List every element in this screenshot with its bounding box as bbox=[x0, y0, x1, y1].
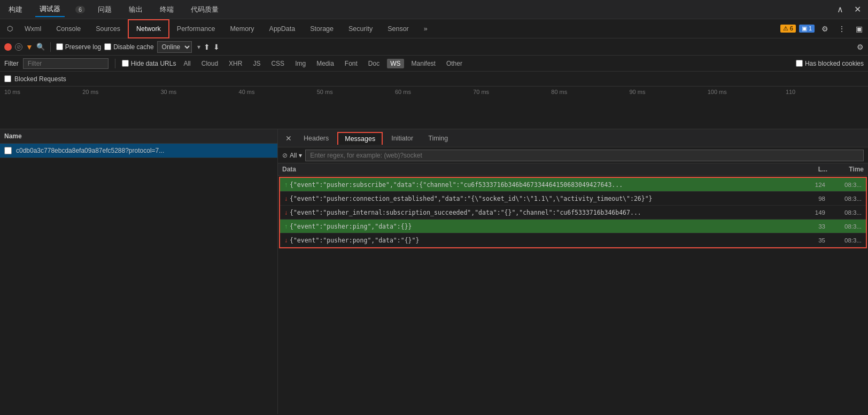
request-item[interactable]: c0db0a3c778ebcda8efa09a87efc5288?protoco… bbox=[0, 144, 277, 158]
message-time-0: 08:3... bbox=[830, 182, 862, 188]
messages-table-header: Data L... Time bbox=[278, 163, 868, 176]
tab-messages[interactable]: Messages bbox=[337, 132, 383, 145]
filter-img[interactable]: Img bbox=[292, 59, 309, 68]
main-content: Name c0db0a3c778ebcda8efa09a87efc5288?pr… bbox=[0, 129, 868, 414]
filter-doc[interactable]: Doc bbox=[365, 59, 383, 68]
gear-icon[interactable]: ⚙ bbox=[818, 22, 832, 36]
detail-close-icon[interactable]: ✕ bbox=[282, 134, 295, 143]
tab-sources[interactable]: Sources bbox=[88, 19, 128, 38]
blocked-requests-checkbox[interactable] bbox=[4, 75, 11, 82]
action-bar: ⊘ ▼ 🔍 Preserve log Disable cache Online … bbox=[0, 38, 868, 56]
filter-css[interactable]: CSS bbox=[268, 59, 288, 68]
download-icon[interactable]: ⬇ bbox=[213, 43, 220, 51]
messages-search-input[interactable] bbox=[305, 150, 864, 161]
layout-icon[interactable]: ▣ bbox=[852, 22, 866, 36]
has-blocked-cookies-input[interactable] bbox=[796, 60, 803, 67]
messages-filter-select[interactable]: ⊘ All ▾ bbox=[282, 152, 302, 159]
tab-bar: ⬡ Wxml Console Sources Network Performan… bbox=[0, 19, 868, 38]
message-row-2[interactable]: ↓ {"event":"pusher_internal:subscription… bbox=[280, 206, 866, 220]
message-time-2: 08:3... bbox=[830, 209, 862, 216]
message-row-0[interactable]: ↑ {"event":"pusher:subscribe","data":{"c… bbox=[280, 178, 866, 192]
upload-icon[interactable]: ⬆ bbox=[204, 43, 210, 51]
detail-tabs: ✕ Headers Messages Initiator Timing bbox=[278, 129, 868, 147]
toolbar-build[interactable]: 构建 bbox=[4, 3, 27, 17]
hide-data-urls-input[interactable] bbox=[122, 60, 129, 67]
toolbar-issues[interactable]: 问题 bbox=[94, 3, 116, 17]
request-checkbox[interactable] bbox=[4, 147, 12, 154]
tab-performance[interactable]: Performance bbox=[169, 19, 223, 38]
message-row-3[interactable]: ↑ {"event":"pusher:ping","data":{}} 33 0… bbox=[280, 220, 866, 233]
filter-icon[interactable]: ▼ bbox=[26, 43, 33, 51]
messages-filter-all-label: All bbox=[290, 152, 297, 159]
arrow-up-icon-0: ↑ bbox=[284, 181, 288, 189]
message-time-4: 08:3... bbox=[830, 237, 862, 244]
divider bbox=[50, 42, 51, 52]
top-toolbar-right: ∧ ✕ bbox=[834, 3, 864, 16]
close-button[interactable]: ✕ bbox=[851, 3, 864, 16]
filter-media[interactable]: Media bbox=[313, 59, 337, 68]
tab-wxml[interactable]: Wxml bbox=[17, 19, 49, 38]
message-length-0: 124 bbox=[803, 182, 830, 188]
timeline-90ms: 90 ms bbox=[630, 89, 708, 95]
messages-table: Data L... Time ↑ {"event":"pusher:subscr… bbox=[278, 163, 868, 414]
search-icon[interactable]: 🔍 bbox=[36, 43, 45, 51]
timeline-70ms: 70 ms bbox=[473, 89, 551, 95]
disable-cache-checkbox[interactable]: Disable cache bbox=[104, 43, 153, 51]
messages-filter-dropdown-icon[interactable]: ▾ bbox=[299, 152, 302, 159]
message-data-3: {"event":"pusher:ping","data":{}} bbox=[290, 223, 803, 230]
arrow-up-icon-3: ↑ bbox=[284, 223, 288, 230]
tab-security[interactable]: Security bbox=[341, 19, 380, 38]
tab-sensor[interactable]: Sensor bbox=[380, 19, 416, 38]
tab-network[interactable]: Network bbox=[128, 19, 169, 38]
filter-xhr[interactable]: XHR bbox=[226, 59, 245, 68]
settings-icon[interactable]: ⚙ bbox=[857, 43, 864, 51]
filter-all[interactable]: All bbox=[180, 59, 193, 68]
tab-storage[interactable]: Storage bbox=[303, 19, 341, 38]
minimize-button[interactable]: ∧ bbox=[834, 3, 847, 16]
messages-filter-bar: ⊘ All ▾ bbox=[278, 147, 868, 163]
preserve-log-input[interactable] bbox=[56, 43, 63, 50]
message-time-1: 08:3... bbox=[830, 195, 862, 202]
toolbar-output[interactable]: 输出 bbox=[125, 3, 147, 17]
toolbar-code-quality[interactable]: 代码质量 bbox=[187, 3, 223, 17]
toolbar-terminal[interactable]: 终端 bbox=[156, 3, 178, 17]
filter-ws[interactable]: WS bbox=[387, 59, 404, 68]
timeline-60ms: 60 ms bbox=[395, 89, 473, 95]
stop-filter-icon: ⊘ bbox=[282, 152, 288, 159]
filter-cloud[interactable]: Cloud bbox=[198, 59, 221, 68]
tab-memory[interactable]: Memory bbox=[222, 19, 261, 38]
error-badge: ▣ 1 bbox=[799, 25, 815, 33]
filter-js[interactable]: JS bbox=[250, 59, 264, 68]
cursor-icon[interactable]: ⬡ bbox=[2, 21, 17, 36]
message-length-4: 35 bbox=[803, 237, 830, 244]
filter-manifest[interactable]: Manifest bbox=[408, 59, 439, 68]
tab-bar-right: ⚠ 6 ▣ 1 ⚙ ⋮ ▣ bbox=[780, 22, 866, 36]
record-button[interactable] bbox=[4, 43, 12, 51]
tab-initiator[interactable]: Initiator bbox=[385, 132, 420, 144]
timeline-20ms: 20 ms bbox=[82, 89, 160, 95]
filter-other[interactable]: Other bbox=[443, 59, 466, 68]
message-row-4[interactable]: ↓ {"event":"pusher:pong","data":"{}"} 35… bbox=[280, 233, 866, 247]
filter-font[interactable]: Font bbox=[342, 59, 361, 68]
has-blocked-cookies[interactable]: Has blocked cookies bbox=[796, 60, 864, 67]
timeline-110: 110 bbox=[786, 89, 864, 95]
tab-timing[interactable]: Timing bbox=[422, 132, 454, 144]
message-row-1[interactable]: ↓ {"event":"pusher:connection_establishe… bbox=[280, 192, 866, 206]
tab-console[interactable]: Console bbox=[49, 19, 88, 38]
disable-cache-input[interactable] bbox=[104, 43, 111, 50]
filter-bar: Filter Hide data URLs All Cloud XHR JS C… bbox=[0, 56, 868, 72]
tab-appdata[interactable]: AppData bbox=[262, 19, 303, 38]
filter-input[interactable] bbox=[23, 58, 108, 69]
arrow-down-icon-2: ↓ bbox=[284, 209, 288, 216]
tab-more[interactable]: » bbox=[416, 19, 435, 38]
more-icon[interactable]: ⋮ bbox=[835, 22, 849, 36]
timeline: 10 ms 20 ms 30 ms 40 ms 50 ms 60 ms 70 m… bbox=[0, 87, 868, 129]
hide-data-urls-checkbox[interactable]: Hide data URLs bbox=[122, 60, 176, 67]
timeline-100ms: 100 ms bbox=[708, 89, 786, 95]
toolbar-debugger[interactable]: 调试器 bbox=[35, 2, 65, 17]
tab-headers[interactable]: Headers bbox=[297, 132, 335, 144]
stop-button[interactable]: ⊘ bbox=[15, 43, 22, 51]
timeline-10ms: 10 ms bbox=[4, 89, 82, 95]
preserve-log-checkbox[interactable]: Preserve log bbox=[56, 43, 101, 51]
online-select[interactable]: Online bbox=[157, 41, 192, 53]
